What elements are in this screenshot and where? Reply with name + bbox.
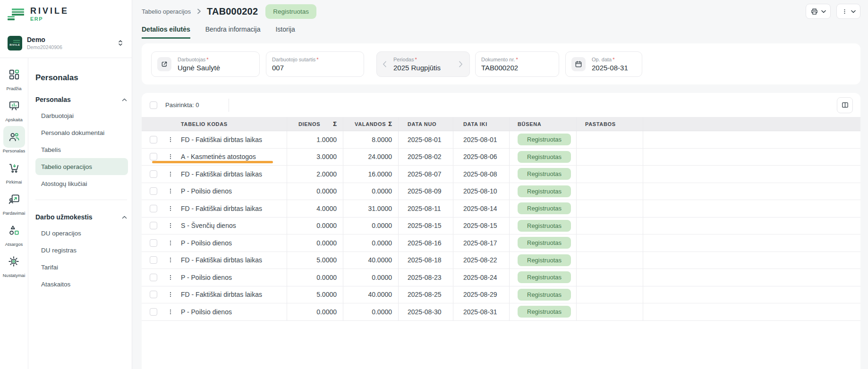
column-settings-button[interactable] (837, 97, 853, 113)
tab-detalios-eilut-s[interactable]: Detalios eilutės (142, 25, 190, 39)
row-checkbox[interactable] (150, 239, 157, 247)
table-row[interactable]: P - Poilsio dienos0.00000.00002025-08-30… (142, 303, 860, 321)
row-checkbox[interactable] (150, 136, 157, 143)
column-header-busena[interactable]: BŪSENA (509, 117, 576, 131)
sidebar-item-darbuotojai[interactable]: Darbuotojai (35, 107, 128, 124)
rail-item-apskaita[interactable]: Apskaita (3, 95, 25, 122)
rail-item-prad-ia[interactable]: Pradžia (3, 64, 25, 91)
column-header-kodas[interactable]: TABELIO KODAS (177, 117, 287, 131)
workspace-switcher[interactable]: RIVILE Demo Demo20240906 (0, 28, 132, 58)
row-checkbox[interactable] (150, 187, 157, 195)
unfold-icon[interactable] (118, 40, 123, 46)
external-link-icon[interactable] (157, 57, 171, 71)
row-kebab-icon[interactable] (167, 136, 174, 143)
field-op-data[interactable]: Op. data*2025-08-31 (565, 51, 642, 77)
row-menu-cell (164, 183, 177, 200)
sidebar-item-atostog-liku-iai[interactable]: Atostogų likučiai (35, 175, 128, 192)
column-label: TABELIO KODAS (181, 121, 228, 127)
field-dokumento-nr[interactable]: Dokumento nr.*TAB000202 (475, 51, 559, 77)
table-row[interactable]: FD - Faktiškai dirbtas laikas4.000031.00… (142, 200, 860, 218)
row-checkbox[interactable] (150, 222, 157, 229)
table-header: TABELIO KODASDIENOSΣVALANDOSΣDATA NUODAT… (142, 117, 860, 131)
rail-item-nustatymai[interactable]: Nustatymai (3, 251, 26, 278)
field-darbuotojo-sutartis[interactable]: Darbuotojo sutartis*007 (266, 51, 364, 77)
rail-item-atsargos[interactable]: Atsargos (3, 219, 25, 247)
column-header-iki[interactable]: DATA IKI (453, 117, 509, 131)
column-header-dienos[interactable]: DIENOSΣ (287, 117, 343, 131)
table-toolbar: Pasirinkta: 0 (142, 93, 860, 117)
row-kebab-icon[interactable] (167, 222, 174, 229)
breadcrumb[interactable]: Tabelio operacijos (142, 8, 191, 15)
table-row[interactable]: FD - Faktiškai dirbtas laikas5.000040.00… (142, 286, 860, 304)
sidebar-item-tarifai[interactable]: Tarifai (35, 259, 128, 276)
rail-item-pardavimai[interactable]: Pardavimai (3, 188, 26, 216)
row-status-badge: Registruotas (518, 289, 571, 301)
row-checkbox[interactable] (150, 308, 157, 316)
rail-item-personalas[interactable]: Personalas (3, 126, 26, 153)
field-value: 2025-08-31 (592, 64, 628, 72)
column-header-nuo[interactable]: DATA NUO (398, 117, 453, 131)
sidebar-item-personalo-dokumentai[interactable]: Personalo dokumentai (35, 124, 128, 141)
row-checkbox-cell (142, 166, 164, 183)
sidebar-item-tabelio-operacijos[interactable]: Tabelio operacijos (35, 158, 128, 175)
cell-dienos: 2.0000 (287, 166, 343, 183)
cell-valandos: 40.0000 (343, 286, 398, 303)
tab-istorija[interactable]: Istorija (275, 25, 295, 39)
cell-nuo: 2025-08-02 (398, 149, 453, 166)
row-checkbox[interactable] (150, 256, 157, 264)
column-header-valandos[interactable]: VALANDOSΣ (343, 117, 398, 131)
table-row[interactable]: FD - Faktiškai dirbtas laikas1.00008.000… (142, 131, 860, 149)
calendar-icon[interactable] (571, 57, 586, 71)
row-kebab-icon[interactable] (167, 256, 174, 264)
cell-nuo: 2025-08-15 (398, 218, 453, 235)
cell-valandos: 0.0000 (343, 269, 398, 286)
sigma-icon[interactable]: Σ (388, 120, 392, 127)
rail-item-pirkimai[interactable]: Pirkimai (3, 157, 25, 184)
row-kebab-icon[interactable] (167, 187, 174, 195)
chevron-right-icon[interactable] (459, 61, 463, 67)
person-arrow-icon (3, 188, 25, 210)
sidebar-item-ataskaitos[interactable]: Ataskaitos (35, 276, 128, 293)
sidebar-item-du-registras[interactable]: DU registras (35, 242, 128, 259)
row-kebab-icon[interactable] (167, 291, 174, 298)
cell-busena: Registruotas (509, 286, 576, 303)
row-checkbox[interactable] (150, 291, 157, 298)
table-row[interactable]: P - Poilsio dienos0.00000.00002025-08-23… (142, 269, 860, 286)
chevron-left-icon[interactable] (383, 61, 387, 67)
row-kebab-icon[interactable] (167, 205, 174, 212)
cell-valandos: 0.0000 (343, 235, 398, 252)
row-checkbox[interactable] (150, 170, 157, 178)
row-kebab-icon[interactable] (167, 274, 174, 281)
row-checkbox[interactable] (150, 274, 157, 281)
cell-busena: Registruotas (509, 183, 576, 200)
column-header-pastabos[interactable]: PASTABOS (576, 117, 643, 131)
row-kebab-icon[interactable] (167, 153, 174, 160)
table-row[interactable]: P - Poilsio dienos0.00000.00002025-08-09… (142, 183, 860, 201)
cell-kodas: FD - Faktiškai dirbtas laikas (177, 200, 287, 217)
select-all-checkbox[interactable] (150, 101, 157, 109)
table-row[interactable]: FD - Faktiškai dirbtas laikas2.000016.00… (142, 166, 860, 183)
field-text: Darbuotojo sutartis*007 (272, 57, 319, 72)
sigma-icon[interactable]: Σ (333, 120, 337, 127)
field-periodas[interactable]: Periodas*2025 Rugpjūtis (376, 51, 470, 77)
tab-bendra-informacija[interactable]: Bendra informacija (205, 25, 261, 39)
menu-section-darbo-u-mokestis[interactable]: Darbo užmokestis (35, 212, 127, 222)
table-row[interactable]: P - Poilsio dienos0.00000.00002025-08-16… (142, 235, 860, 252)
field-darbuotojas[interactable]: Darbuotojas*Ugnė Saulytė (151, 51, 260, 77)
row-kebab-icon[interactable] (167, 308, 174, 316)
row-menu-cell (164, 252, 177, 269)
sidebar-item-du-operacijos[interactable]: DU operacijos (35, 225, 128, 242)
table-row[interactable]: FD - Faktiškai dirbtas laikas5.000040.00… (142, 252, 860, 269)
row-checkbox[interactable] (150, 205, 157, 212)
print-button[interactable] (806, 4, 831, 19)
row-checkbox[interactable] (150, 153, 157, 160)
row-kebab-icon[interactable] (167, 170, 174, 178)
rail-item-label: Pirkimai (6, 179, 22, 184)
more-actions-button[interactable] (836, 4, 860, 19)
row-status-badge: Registruotas (518, 185, 571, 197)
menu-section-personalas[interactable]: Personalas (35, 95, 127, 104)
row-kebab-icon[interactable] (167, 239, 174, 247)
sidebar-item-tabelis[interactable]: Tabelis (35, 141, 128, 158)
table-row[interactable]: S - Švenčių dienos0.00000.00002025-08-15… (142, 218, 860, 235)
workspace-id: Demo20240906 (27, 44, 62, 50)
